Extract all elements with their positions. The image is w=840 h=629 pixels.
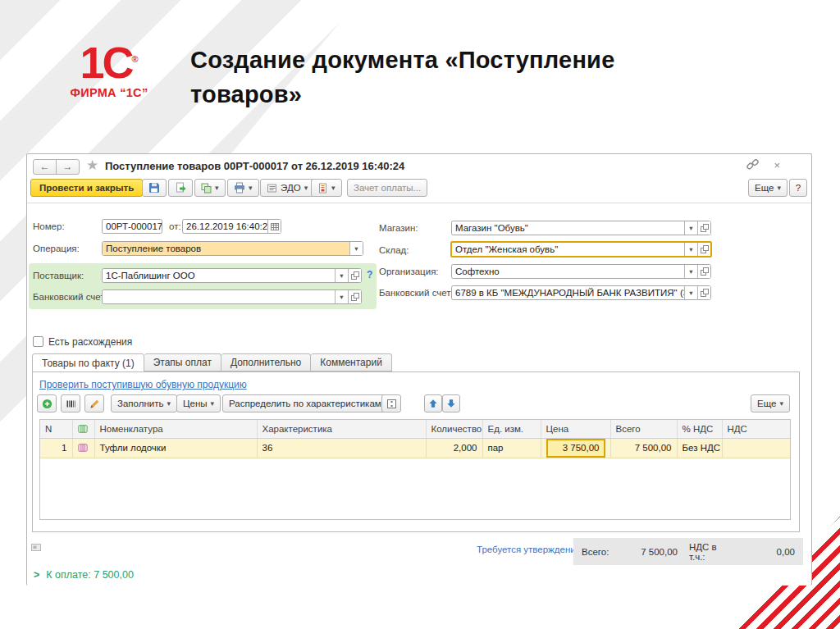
add-row-button[interactable] bbox=[37, 394, 57, 412]
favorite-star-icon[interactable]: ★ bbox=[86, 157, 98, 174]
supplier-help-link[interactable]: ? bbox=[367, 269, 372, 280]
organization-dropdown-button[interactable]: ▾ bbox=[684, 265, 697, 278]
nav-history-group: ← → bbox=[33, 159, 80, 175]
payment-offset-button[interactable]: Зачет оплаты... bbox=[347, 179, 427, 197]
supplier-dropdown-button[interactable]: ▾ bbox=[335, 269, 348, 282]
col-unit[interactable]: Ед. изм. bbox=[482, 420, 541, 438]
totals-panel: Всего: 7 500,00 НДС в т.ч.: 0,00 bbox=[573, 538, 803, 565]
window-title: Поступление товаров 00РТ-000017 от 26.12… bbox=[105, 160, 404, 172]
warehouse-open-button[interactable] bbox=[697, 243, 710, 256]
store-open-button[interactable] bbox=[697, 221, 710, 235]
store-dropdown-button[interactable]: ▾ bbox=[684, 221, 697, 235]
vat-label: НДС в т.ч.: bbox=[678, 542, 733, 562]
operation-dropdown-button[interactable]: ▾ bbox=[349, 242, 363, 255]
cell-n[interactable]: 1 bbox=[40, 438, 72, 458]
copy-button[interactable]: ▾ bbox=[194, 179, 226, 197]
organization-field-group: Софтехно ▾ bbox=[451, 264, 711, 279]
col-n[interactable]: N bbox=[40, 420, 72, 438]
slide: 1С® ФИРМА “1С” Создание документа «Посту… bbox=[0, 0, 840, 629]
col-total[interactable]: Всего bbox=[610, 420, 677, 438]
cell-vat-rate[interactable]: Без НДС bbox=[677, 438, 722, 458]
close-icon[interactable]: × bbox=[774, 159, 780, 171]
cell-nomenclature[interactable]: Туфли лодочки bbox=[94, 438, 257, 458]
cell-quantity[interactable]: 2,000 bbox=[426, 438, 482, 458]
calendar-button[interactable] bbox=[267, 220, 281, 233]
payable-summary[interactable]: >К оплате: 7 500,00 bbox=[34, 569, 134, 581]
slide-title: Создание документа «Поступление товаров» bbox=[190, 43, 658, 112]
col-vat[interactable]: НДС bbox=[722, 420, 791, 438]
supplier-account-dropdown-button[interactable]: ▾ bbox=[335, 290, 348, 303]
cell-price-selected[interactable]: 3 750,00 bbox=[541, 438, 610, 458]
warehouse-input[interactable]: Отдел "Женская обувь" bbox=[452, 243, 684, 256]
org-account-input[interactable]: 6789 в КБ "МЕЖДУНАРОДНЫЙ БАНК РАЗВИТИЯ" … bbox=[452, 286, 684, 299]
table-more-button[interactable]: Еще▾ bbox=[751, 394, 790, 412]
window-more-button[interactable]: Еще▾ bbox=[748, 179, 788, 197]
dropdown-icon: ▾ bbox=[689, 245, 692, 253]
arrow-up-icon bbox=[428, 399, 438, 408]
check-products-link[interactable]: Проверить поступившую обувную продукцию bbox=[39, 379, 247, 390]
edit-row-button[interactable] bbox=[84, 394, 104, 412]
cell-vat[interactable] bbox=[722, 438, 791, 458]
supplier-input[interactable]: 1С-Паблишинг ООО bbox=[103, 269, 335, 282]
print-button[interactable]: ▾ bbox=[227, 179, 259, 197]
table-row[interactable]: 1 Туфли лодочки 36 2,000 пар 3 750,00 7 … bbox=[40, 438, 791, 458]
approval-required-link[interactable]: Требуется утверждение bbox=[477, 545, 581, 554]
discrepancy-checkbox[interactable] bbox=[33, 336, 43, 347]
org-account-open-button[interactable] bbox=[697, 286, 710, 299]
number-field-group: 00РТ-000017 bbox=[102, 219, 162, 234]
dropdown-icon: ▾ bbox=[167, 399, 171, 408]
col-nomenclature[interactable]: Номенклатура bbox=[94, 420, 257, 438]
toolbar-separator bbox=[27, 203, 811, 203]
save-button[interactable] bbox=[142, 179, 167, 197]
open-link-icon bbox=[701, 224, 709, 232]
col-item-icon[interactable] bbox=[72, 420, 94, 438]
tab-goods-actual[interactable]: Товары по факту (1) bbox=[32, 353, 144, 372]
tab-additional[interactable]: Дополнительно bbox=[221, 353, 311, 371]
forward-button[interactable]: → bbox=[56, 159, 80, 175]
warehouse-dropdown-button[interactable]: ▾ bbox=[684, 243, 697, 256]
open-link-icon bbox=[351, 271, 359, 280]
create-based-on-button[interactable]: ▾ bbox=[311, 179, 342, 197]
tab-payment-stages[interactable]: Этапы оплат bbox=[144, 353, 221, 371]
org-account-dropdown-button[interactable]: ▾ bbox=[684, 286, 697, 299]
date-input[interactable]: 26.12.2019 16:40:24 bbox=[183, 220, 267, 233]
col-price[interactable]: Цена bbox=[541, 420, 610, 438]
post-and-close-button[interactable]: Провести и закрыть bbox=[30, 179, 143, 197]
get-link-icon[interactable] bbox=[746, 158, 759, 171]
open-link-icon bbox=[701, 245, 709, 253]
number-input[interactable]: 00РТ-000017 bbox=[103, 220, 162, 233]
fill-button[interactable]: Заполнить▾ bbox=[111, 394, 177, 412]
help-button[interactable]: ? bbox=[789, 179, 807, 197]
barcode-scan-button[interactable] bbox=[61, 394, 80, 412]
edo-button[interactable]: ЭДО ▾ bbox=[260, 179, 314, 197]
col-characteristic[interactable]: Характеристика bbox=[257, 420, 426, 438]
open-link-icon bbox=[351, 293, 359, 301]
cell-total[interactable]: 7 500,00 bbox=[610, 438, 677, 458]
save-icon bbox=[148, 182, 160, 194]
organization-open-button[interactable] bbox=[697, 265, 710, 278]
1c-logo: 1С® ФИРМА “1С” bbox=[56, 36, 162, 99]
org-account-label: Банковский счет: bbox=[379, 288, 454, 298]
dropdown-icon: ▾ bbox=[340, 293, 343, 301]
organization-input[interactable]: Софтехно bbox=[452, 265, 684, 278]
supplier-account-input[interactable] bbox=[103, 290, 335, 303]
operation-input[interactable]: Поступление товаров bbox=[103, 242, 349, 255]
footer-panel-icon[interactable] bbox=[31, 543, 41, 552]
distribute-button[interactable]: Распределить по характеристикам... bbox=[222, 394, 395, 412]
move-up-button[interactable] bbox=[424, 394, 442, 412]
col-quantity[interactable]: Количество bbox=[426, 420, 482, 438]
prices-button[interactable]: Цены▾ bbox=[176, 394, 221, 412]
barcode-icon bbox=[66, 399, 76, 409]
cell-unit[interactable]: пар bbox=[482, 438, 541, 458]
col-vat-rate[interactable]: % НДС bbox=[677, 420, 722, 438]
back-button[interactable]: ← bbox=[33, 159, 57, 175]
cell-characteristic[interactable]: 36 bbox=[257, 438, 426, 458]
tab-comment[interactable]: Комментарий bbox=[311, 353, 392, 371]
back-icon: ← bbox=[40, 161, 50, 172]
store-input[interactable]: Магазин "Обувь" bbox=[452, 221, 684, 235]
supplier-open-button[interactable] bbox=[348, 269, 361, 282]
supplier-account-open-button[interactable] bbox=[348, 290, 361, 303]
move-down-button[interactable] bbox=[442, 394, 460, 412]
change-form-button[interactable] bbox=[381, 394, 401, 412]
repost-button[interactable] bbox=[168, 179, 193, 197]
